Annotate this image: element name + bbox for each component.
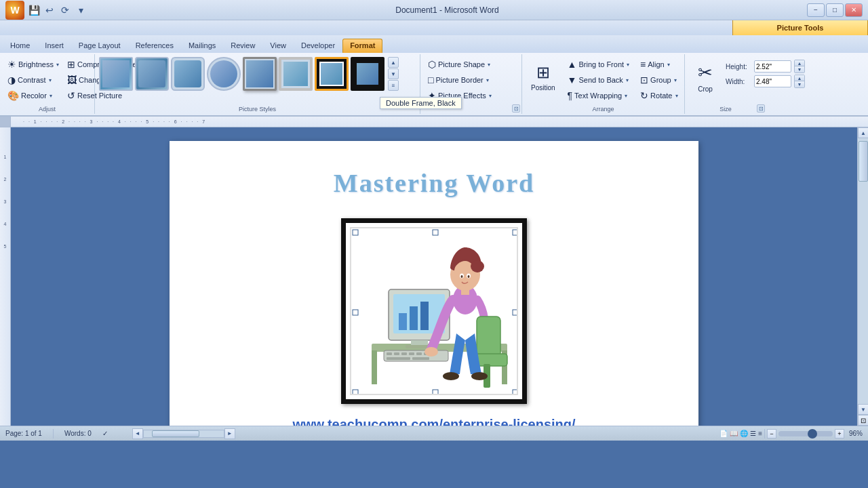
scroll-track-h[interactable] [143, 430, 224, 438]
doc-canvas[interactable]: Mastering Word [11, 127, 857, 426]
zoom-thumb[interactable] [808, 429, 817, 439]
tab-developer[interactable]: Developer [294, 39, 342, 53]
zoom-out-button[interactable]: − [767, 429, 776, 439]
picture-options-col: ⬡ Picture Shape ▾ □ Picture Border ▾ ✦ P… [425, 57, 495, 103]
ribbon-top-left [0, 20, 732, 35]
scroll-up-button[interactable]: ▲ [858, 127, 868, 138]
image-container[interactable] [341, 218, 527, 404]
gallery-more[interactable]: ≡ [388, 80, 399, 91]
view-layout-btn[interactable]: 📄 [719, 430, 728, 437]
save-button[interactable]: 💾 [27, 3, 41, 17]
style-thumb-3[interactable] [171, 57, 205, 91]
group-dropdown[interactable]: ▾ [674, 77, 677, 83]
send-back-dropdown[interactable]: ▾ [626, 77, 629, 83]
picture-border-button[interactable]: □ Picture Border ▾ [425, 73, 495, 87]
proofing-check[interactable]: ✓ [102, 430, 108, 437]
group-button[interactable]: ⊡ Group ▾ [637, 73, 681, 87]
web-layout-btn[interactable]: 🌐 [740, 430, 748, 437]
resize-handle[interactable]: ⊡ [858, 415, 868, 426]
text-wrapping-dropdown[interactable]: ▾ [625, 93, 627, 99]
picture-shape-dropdown[interactable]: ▾ [488, 62, 490, 68]
customize-quick-access-button[interactable]: ▾ [74, 3, 87, 17]
bring-front-dropdown[interactable]: ▾ [627, 62, 629, 68]
redo-button[interactable]: ⟳ [58, 3, 72, 17]
size-expand[interactable]: ⊡ [757, 104, 765, 113]
height-label: Height: [726, 63, 751, 70]
scroll-down-button[interactable]: ▼ [858, 404, 868, 415]
ribbon-context-band: Picture Tools [0, 20, 868, 35]
width-up[interactable]: ▲ [795, 75, 804, 81]
style-thumb-8[interactable] [351, 57, 384, 91]
ruler-h-marks: · · 1 · · · · 2 · · · · 3 · · · · 4 · · … [11, 117, 868, 127]
width-input[interactable] [754, 75, 791, 87]
crop-button[interactable]: ✂ Crop [689, 57, 722, 98]
picture-border-dropdown[interactable]: ▾ [486, 77, 489, 83]
tab-references[interactable]: References [128, 39, 181, 53]
close-button[interactable]: ✕ [845, 3, 863, 17]
draft-btn[interactable]: ≡ [758, 430, 762, 437]
contrast-dropdown[interactable]: ▾ [49, 77, 52, 83]
zoom-controls: 📄 📖 🌐 ☰ ≡ − + 96% [719, 429, 863, 439]
svg-rect-13 [394, 352, 399, 355]
align-dropdown[interactable]: ▾ [667, 62, 670, 68]
rotate-dropdown[interactable]: ▾ [675, 93, 678, 99]
svg-rect-18 [387, 357, 410, 360]
style-thumb-1[interactable] [99, 57, 133, 91]
scroll-thumb-h[interactable] [152, 430, 200, 437]
style-thumb-4[interactable] [207, 57, 241, 91]
brightness-button[interactable]: ☀ Brightness ▾ [4, 57, 62, 72]
style-thumb-6[interactable] [279, 57, 313, 91]
style-thumb-7[interactable] [315, 57, 349, 91]
scroll-thumb-v[interactable] [859, 141, 868, 182]
scroll-track-v[interactable] [858, 138, 868, 404]
height-up[interactable]: ▲ [795, 60, 804, 66]
text-wrapping-label: Text Wrapping [574, 92, 622, 100]
outline-btn[interactable]: ☰ [750, 430, 756, 437]
tab-insert[interactable]: Insert [37, 39, 71, 53]
brightness-dropdown[interactable]: ▾ [56, 62, 59, 68]
zoom-slider[interactable] [778, 431, 833, 436]
zoom-in-button[interactable]: + [835, 429, 844, 439]
full-read-btn[interactable]: 📖 [730, 430, 738, 437]
minimize-button[interactable]: − [807, 3, 825, 17]
picture-styles-gallery: ▲ ▼ ≡ [99, 57, 399, 91]
bring-front-button[interactable]: ▲ Bring to Front ▾ [564, 57, 633, 72]
scroll-left-button[interactable]: ◄ [132, 428, 143, 439]
height-row: Height: ▲ ▼ [726, 60, 805, 73]
position-icon: ⊞ [536, 63, 550, 82]
text-wrapping-button[interactable]: ¶ Text Wrapping ▾ [564, 88, 633, 103]
position-button[interactable]: ⊞ Position [526, 57, 560, 98]
tooltip: Double Frame, Black [380, 97, 462, 109]
arrange-group-label: Arrange [522, 106, 684, 113]
picture-options-expand[interactable]: ⊡ [512, 104, 520, 113]
contrast-button[interactable]: ◑ Contrast ▾ [4, 73, 62, 87]
scrollbar-v[interactable]: ▲ ▼ ⊡ [857, 127, 868, 426]
rotate-button[interactable]: ↻ Rotate ▾ [637, 88, 681, 103]
svg-rect-8 [420, 302, 429, 330]
restore-button[interactable]: □ [826, 3, 844, 17]
undo-button[interactable]: ↩ [43, 3, 56, 17]
tab-format[interactable]: Format [342, 39, 382, 53]
gallery-scroll-down[interactable]: ▼ [388, 68, 399, 79]
height-input[interactable] [754, 60, 791, 73]
zoom-level[interactable]: 96% [849, 430, 863, 437]
tab-view[interactable]: View [262, 39, 294, 53]
tab-home[interactable]: Home [3, 39, 37, 53]
title-bar-left: W 💾 ↩ ⟳ ▾ [5, 1, 87, 20]
tab-review[interactable]: Review [223, 39, 262, 53]
width-down[interactable]: ▼ [795, 81, 804, 87]
send-back-button[interactable]: ▼ Send to Back ▾ [564, 73, 633, 87]
height-down[interactable]: ▼ [795, 66, 804, 73]
gallery-scroll-up[interactable]: ▲ [388, 57, 399, 68]
recolor-dropdown[interactable]: ▾ [50, 93, 52, 99]
style-thumb-2[interactable] [135, 57, 169, 91]
tab-mailings[interactable]: Mailings [181, 39, 223, 53]
picture-effects-dropdown[interactable]: ▾ [489, 93, 492, 99]
width-label: Width: [726, 78, 751, 85]
align-button[interactable]: ≡ Align ▾ [637, 57, 681, 72]
scroll-right-button[interactable]: ► [224, 428, 235, 439]
recolor-button[interactable]: 🎨 Recolor ▾ [4, 88, 62, 103]
tab-pagelayout[interactable]: Page Layout [71, 39, 128, 53]
picture-shape-button[interactable]: ⬡ Picture Shape ▾ [425, 57, 495, 72]
style-thumb-5[interactable] [243, 57, 277, 91]
